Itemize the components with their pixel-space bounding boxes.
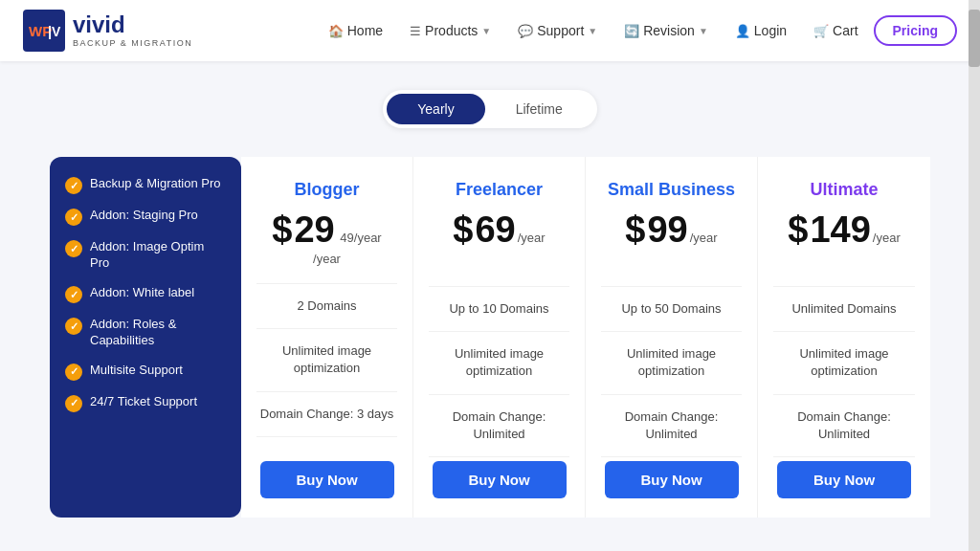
plan-freelancer: Freelancer $ 69 /year Up to 10 Domains U… bbox=[413, 157, 586, 518]
divider bbox=[429, 286, 569, 287]
divider bbox=[256, 391, 397, 392]
plan-small-business: Small Business $ 99 /year Up to 50 Domai… bbox=[586, 157, 758, 518]
check-icon bbox=[65, 395, 82, 412]
billing-toggle: Yearly Lifetime bbox=[50, 90, 930, 128]
divider bbox=[773, 286, 915, 287]
divider bbox=[601, 286, 742, 287]
features-sidebar: Backup & Migration Pro Addon: Staging Pr… bbox=[50, 157, 241, 518]
price-row-ultimate: $ 149 /year bbox=[788, 211, 900, 248]
nav-support[interactable]: 💬 Support ▼ bbox=[506, 15, 609, 46]
plan-name-small-business: Small Business bbox=[608, 180, 735, 200]
divider bbox=[773, 456, 915, 457]
divider bbox=[429, 331, 569, 332]
feature-domains-blogger: 2 Domains bbox=[297, 298, 356, 315]
login-icon: 👤 bbox=[735, 24, 750, 38]
buy-button-blogger[interactable]: Buy Now bbox=[260, 461, 394, 498]
support-chevron-icon: ▼ bbox=[588, 26, 597, 36]
feature-imageopt-freelancer: Unlimited image optimization bbox=[429, 345, 569, 380]
feature-domains-small-business: Up to 50 Domains bbox=[621, 300, 721, 318]
brand-name: vivid bbox=[73, 13, 192, 36]
nav-home[interactable]: 🏠 Home bbox=[317, 15, 394, 46]
brand-subtitle: BACKUP & MIGRATION bbox=[73, 38, 192, 48]
nav-revision[interactable]: 🔄 Revision ▼ bbox=[612, 15, 720, 46]
pricing-button[interactable]: Pricing bbox=[874, 15, 957, 46]
products-chevron-icon: ▼ bbox=[481, 26, 491, 36]
logo-text: vivid BACKUP & MIGRATION bbox=[73, 13, 192, 48]
nav-login[interactable]: 👤 Login bbox=[724, 15, 798, 46]
yearly-toggle[interactable]: Yearly bbox=[387, 94, 484, 124]
divider bbox=[429, 456, 569, 457]
feature-item: Addon: White label bbox=[65, 285, 226, 303]
divider bbox=[429, 394, 569, 395]
nav-products[interactable]: ☰ Products ▼ bbox=[398, 15, 502, 46]
plan-name-blogger: Blogger bbox=[294, 180, 359, 200]
feature-domainchange-small-business: Domain Change: Unlimited bbox=[601, 408, 742, 443]
products-icon: ☰ bbox=[410, 24, 421, 38]
price-period-blogger: /year bbox=[313, 252, 341, 266]
price-period-label-freelancer: /year bbox=[518, 231, 546, 244]
feature-item: Multisite Support bbox=[65, 363, 226, 381]
nav-cart[interactable]: 🛒 Cart bbox=[802, 15, 869, 46]
divider bbox=[601, 456, 742, 457]
feature-domainchange-blogger: Domain Change: 3 days bbox=[260, 406, 393, 423]
check-icon bbox=[65, 209, 82, 226]
plan-name-ultimate: Ultimate bbox=[810, 180, 878, 200]
check-icon bbox=[65, 177, 82, 194]
feature-domainchange-ultimate: Domain Change: Unlimited bbox=[773, 408, 915, 443]
scrollbar-thumb[interactable] bbox=[969, 10, 980, 67]
price-period-label-small-business: /year bbox=[690, 231, 718, 244]
buy-button-small-business[interactable]: Buy Now bbox=[605, 461, 739, 498]
price-amount-freelancer: 69 bbox=[475, 211, 515, 248]
feature-domains-freelancer: Up to 10 Domains bbox=[449, 300, 548, 318]
logo-area: WP | V vivid BACKUP & MIGRATION bbox=[23, 10, 192, 52]
feature-item: Backup & Migration Pro bbox=[65, 176, 226, 194]
divider bbox=[256, 283, 397, 284]
check-icon bbox=[65, 286, 82, 303]
feature-item: Addon: Image Optim Pro bbox=[65, 239, 226, 272]
feature-imageopt-ultimate: Unlimited image optimization bbox=[773, 345, 915, 380]
home-icon: 🏠 bbox=[328, 24, 344, 38]
main-content: Yearly Lifetime Backup & Migration Pro A… bbox=[11, 61, 969, 546]
scrollbar[interactable] bbox=[969, 0, 980, 551]
check-icon bbox=[65, 364, 82, 381]
cart-icon: 🛒 bbox=[813, 24, 829, 38]
svg-text:V: V bbox=[52, 24, 61, 39]
main-nav: 🏠 Home ☰ Products ▼ 💬 Support ▼ 🔄 Revisi… bbox=[317, 15, 957, 46]
divider bbox=[256, 436, 397, 437]
feature-imageopt-blogger: Unlimited image optimization bbox=[256, 342, 397, 377]
divider bbox=[601, 331, 742, 332]
plan-ultimate: Ultimate $ 149 /year Unlimited Domains U… bbox=[758, 157, 930, 518]
check-icon bbox=[65, 240, 82, 257]
feature-domains-ultimate: Unlimited Domains bbox=[791, 300, 896, 318]
divider bbox=[773, 394, 915, 395]
price-dollar-blogger: $ bbox=[272, 211, 292, 248]
price-row-small-business: $ 99 /year bbox=[625, 211, 717, 248]
price-strike-blogger: 49/year bbox=[337, 231, 382, 244]
support-icon: 💬 bbox=[518, 24, 533, 38]
price-period-label-ultimate: /year bbox=[873, 231, 901, 244]
buy-button-ultimate[interactable]: Buy Now bbox=[777, 461, 911, 498]
header: WP | V vivid BACKUP & MIGRATION 🏠 Home ☰… bbox=[0, 0, 980, 61]
price-amount-small-business: 99 bbox=[647, 211, 687, 248]
price-row-blogger: $ 29 49/year bbox=[272, 211, 381, 248]
revision-icon: 🔄 bbox=[624, 24, 639, 38]
plan-name-freelancer: Freelancer bbox=[456, 180, 543, 200]
logo-icon: WP | V bbox=[23, 10, 65, 52]
divider bbox=[256, 328, 397, 329]
pricing-grid: Backup & Migration Pro Addon: Staging Pr… bbox=[50, 157, 930, 518]
lifetime-toggle[interactable]: Lifetime bbox=[485, 94, 593, 124]
feature-item: Addon: Roles & Capabilities bbox=[65, 317, 226, 349]
divider bbox=[601, 394, 742, 395]
feature-item: Addon: Staging Pro bbox=[65, 208, 226, 226]
feature-domainchange-freelancer: Domain Change: Unlimited bbox=[429, 408, 569, 443]
check-icon bbox=[65, 318, 82, 335]
price-dollar-small-business: $ bbox=[625, 211, 645, 248]
buy-button-freelancer[interactable]: Buy Now bbox=[433, 461, 567, 498]
price-amount-ultimate: 149 bbox=[810, 211, 870, 248]
price-row-freelancer: $ 69 /year bbox=[453, 211, 545, 248]
divider bbox=[773, 331, 915, 332]
price-dollar-ultimate: $ bbox=[788, 211, 808, 248]
feature-imageopt-small-business: Unlimited image optimization bbox=[601, 345, 742, 380]
price-dollar-freelancer: $ bbox=[453, 211, 473, 248]
feature-item: 24/7 Ticket Support bbox=[65, 394, 226, 412]
